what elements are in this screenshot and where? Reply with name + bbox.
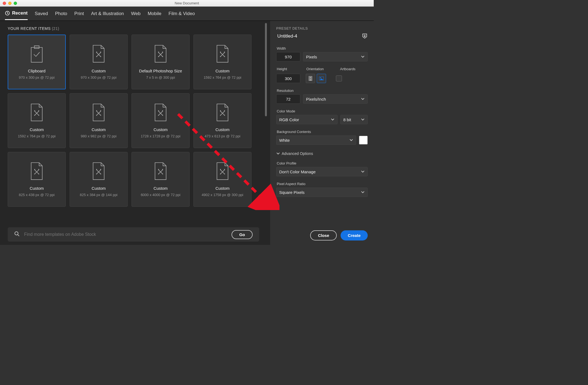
preset-card-title: Custom: [215, 69, 230, 73]
traffic-minimize[interactable]: [8, 2, 12, 5]
resolution-label: Resolution: [277, 89, 368, 93]
width-unit-select[interactable]: Pixels: [303, 52, 368, 61]
document-name[interactable]: Untitled-4: [276, 33, 359, 39]
background-select[interactable]: White: [276, 135, 356, 145]
preset-card[interactable]: Custom4902 x 1758 px @ 300 ppi: [193, 152, 252, 207]
resolution-input[interactable]: [276, 94, 300, 104]
background-label: Background Contents: [277, 130, 368, 134]
width-input[interactable]: [276, 52, 300, 61]
preset-grid: Clipboard970 x 300 px @ 72 ppiCustom970 …: [8, 35, 270, 207]
color-mode-select[interactable]: RGB Color: [276, 115, 338, 124]
height-input[interactable]: [276, 74, 300, 83]
preset-card[interactable]: Custom1728 x 1728 px @ 72 ppi: [132, 93, 190, 148]
preset-card-title: Custom: [30, 186, 44, 191]
tab-photo[interactable]: Photo: [55, 8, 67, 20]
preset-card-subtitle: 980 x 982 px @ 72 ppi: [81, 134, 116, 138]
svg-point-4: [310, 77, 311, 78]
traffic-close[interactable]: [3, 2, 6, 5]
tab-saved[interactable]: Saved: [35, 8, 48, 20]
resolution-unit-select[interactable]: Pixels/Inch: [303, 94, 368, 104]
chevron-down-icon: [349, 138, 353, 142]
document-icon: [91, 103, 106, 122]
preset-card-subtitle: 473 x 613 px @ 72 ppi: [205, 134, 240, 138]
tab-art-illustration[interactable]: Art & Illustration: [91, 8, 124, 20]
go-button[interactable]: Go: [232, 230, 253, 239]
preset-card[interactable]: Custom1592 x 764 px @ 72 ppi: [193, 35, 252, 89]
preset-card[interactable]: Custom970 x 300 px @ 72 ppi: [70, 35, 128, 89]
preset-card[interactable]: Custom980 x 982 px @ 72 ppi: [70, 93, 128, 148]
background-swatch[interactable]: [359, 136, 368, 145]
window-titlebar: New Document: [0, 0, 374, 7]
chevron-down-icon: [361, 190, 365, 194]
chevron-down-icon: [361, 118, 365, 121]
preset-card-title: Custom: [92, 127, 106, 132]
preset-card-subtitle: 970 x 300 px @ 72 ppi: [19, 75, 55, 80]
advanced-options-toggle[interactable]: Advanced Options: [276, 151, 368, 156]
preset-card-title: Default Photoshop Size: [139, 69, 182, 73]
preset-card[interactable]: Custom825 x 438 px @ 72 ppi: [8, 152, 66, 207]
tab-mobile[interactable]: Mobile: [148, 8, 161, 20]
orientation-label: Orientation: [306, 67, 334, 71]
traffic-maximize[interactable]: [14, 2, 17, 5]
tab-film-video[interactable]: Film & Video: [169, 8, 195, 20]
preset-card-subtitle: 825 x 438 px @ 72 ppi: [19, 193, 55, 197]
preset-card-title: Custom: [92, 186, 106, 191]
preset-card-title: Custom: [92, 69, 106, 73]
document-icon: [29, 162, 44, 181]
width-label: Width: [277, 46, 368, 50]
tab-recent[interactable]: Recent: [5, 7, 28, 20]
orientation-landscape[interactable]: [317, 74, 326, 83]
document-icon: [153, 103, 168, 122]
document-icon: [215, 44, 230, 64]
save-preset-icon[interactable]: [362, 33, 368, 39]
artboards-checkbox[interactable]: [336, 75, 342, 81]
preset-card[interactable]: Custom6000 x 4000 px @ 72 ppi: [132, 152, 190, 207]
artboards-label: Artboards: [340, 67, 368, 71]
preset-details-header: PRESET DETAILS: [276, 26, 368, 30]
preset-card-title: Custom: [215, 127, 230, 132]
preset-card[interactable]: Default Photoshop Size7 x 5 in @ 300 ppi: [132, 35, 190, 89]
preset-card[interactable]: Custom1592 x 764 px @ 72 ppi: [8, 93, 66, 148]
height-label: Height: [277, 67, 300, 71]
preset-card-subtitle: 7 x 5 in @ 300 ppi: [146, 75, 175, 80]
window-title: New Document: [0, 1, 374, 5]
preset-card-subtitle: 1728 x 1728 px @ 72 ppi: [141, 134, 181, 138]
preset-details-panel: PRESET DETAILS Untitled-4 Width Pixels H…: [270, 21, 374, 245]
color-mode-label: Color Mode: [277, 109, 368, 113]
preset-card-subtitle: 6000 x 4000 px @ 72 ppi: [141, 193, 181, 197]
document-icon: [91, 44, 106, 64]
chevron-down-icon: [331, 118, 335, 121]
preset-card-subtitle: 1592 x 764 px @ 72 ppi: [204, 75, 241, 80]
tab-print[interactable]: Print: [74, 8, 84, 20]
color-depth-select[interactable]: 8 bit: [340, 115, 368, 124]
preset-card-title: Custom: [30, 127, 44, 132]
pixel-aspect-ratio-label: Pixel Aspect Ratio: [277, 182, 368, 186]
pixel-aspect-ratio-select[interactable]: Square Pixels: [276, 188, 368, 197]
create-button[interactable]: Create: [341, 230, 368, 240]
recent-heading: YOUR RECENT ITEMS (21): [8, 26, 270, 31]
orientation-portrait[interactable]: [306, 74, 315, 83]
stock-search-input[interactable]: [24, 232, 227, 237]
document-icon: [29, 103, 44, 122]
preset-card[interactable]: Custom473 x 613 px @ 72 ppi: [193, 93, 252, 148]
document-icon: [153, 162, 168, 181]
close-button[interactable]: Close: [310, 230, 337, 240]
preset-card-subtitle: 825 x 384 px @ 144 ppi: [80, 193, 118, 197]
scrollbar[interactable]: [265, 23, 267, 116]
document-icon: [91, 162, 106, 181]
chevron-down-icon: [361, 55, 365, 59]
preset-card-title: Clipboard: [28, 69, 45, 73]
svg-point-6: [320, 77, 321, 78]
preset-card-title: Custom: [215, 186, 230, 191]
clock-icon: [5, 11, 10, 16]
tab-web[interactable]: Web: [131, 8, 141, 20]
color-profile-select[interactable]: Don't Color Manage: [276, 167, 368, 176]
preset-card-title: Custom: [153, 127, 168, 132]
preset-card-title: Custom: [153, 186, 168, 191]
preset-card[interactable]: Custom825 x 384 px @ 144 ppi: [70, 152, 128, 207]
document-icon: [215, 103, 230, 122]
chevron-down-icon: [276, 152, 280, 155]
clipboard-icon: [29, 44, 44, 64]
preset-card-subtitle: 970 x 300 px @ 72 ppi: [81, 75, 116, 80]
preset-card[interactable]: Clipboard970 x 300 px @ 72 ppi: [8, 35, 66, 89]
